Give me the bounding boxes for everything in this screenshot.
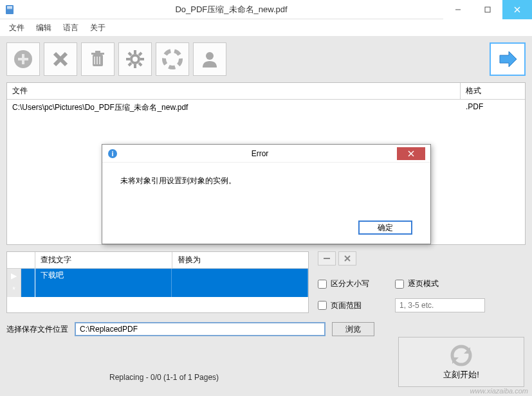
menu-bar: 文件 编辑 语言 关于 <box>0 19 532 36</box>
svg-rect-4 <box>485 7 490 12</box>
svg-text:i: i <box>111 150 113 158</box>
remove-button[interactable] <box>44 42 77 76</box>
find-cell[interactable] <box>35 283 172 297</box>
remove-row-button[interactable] <box>318 251 336 266</box>
error-dialog: i Error 未将对象引用设置到对象的实例。 确定 <box>102 144 431 244</box>
dialog-title: Error <box>123 149 397 158</box>
svg-point-28 <box>206 52 214 60</box>
svg-rect-9 <box>18 58 28 60</box>
case-sensitive-checkbox[interactable]: 区分大小写 <box>318 278 395 289</box>
maximize-button[interactable] <box>473 0 502 19</box>
info-icon: i <box>107 148 118 159</box>
page-mode-checkbox[interactable]: 逐页模式 <box>395 278 526 289</box>
dialog-message: 未将对象引用设置到对象的实例。 <box>102 163 430 214</box>
find-header[interactable]: 查找文字 <box>35 252 172 268</box>
dialog-close-button[interactable] <box>397 147 425 160</box>
dialog-ok-button[interactable]: 确定 <box>358 221 412 235</box>
user-button[interactable] <box>193 42 226 76</box>
page-range-input[interactable] <box>395 298 485 312</box>
menu-about[interactable]: 关于 <box>90 22 105 33</box>
window-controls <box>443 0 532 19</box>
menu-language[interactable]: 语言 <box>63 22 78 33</box>
menu-edit[interactable]: 编辑 <box>36 22 51 33</box>
page-range-checkbox[interactable]: 页面范围 <box>318 300 395 311</box>
svg-line-25 <box>139 53 142 55</box>
start-button[interactable]: 立刻开始! <box>398 337 524 387</box>
svg-rect-17 <box>95 51 100 53</box>
save-location-label: 选择保存文件位置 <box>6 324 68 335</box>
svg-line-23 <box>129 53 131 55</box>
svg-rect-29 <box>324 258 330 259</box>
start-label: 立刻开始! <box>443 369 479 381</box>
svg-point-27 <box>164 51 181 68</box>
file-header[interactable]: 文件 <box>7 83 461 99</box>
svg-rect-15 <box>99 57 100 64</box>
svg-line-26 <box>129 63 131 66</box>
minimize-button[interactable] <box>443 0 473 19</box>
toolbar <box>6 42 526 76</box>
replace-cell[interactable] <box>172 269 308 283</box>
replace-header[interactable]: 替换为 <box>172 252 309 268</box>
svg-point-32 <box>452 346 470 364</box>
svg-rect-2 <box>7 8 12 9</box>
find-cell[interactable]: 下载吧 <box>35 269 172 283</box>
status-text: Replacing - 0/0 (1-1 of 1 Pages) <box>109 373 219 382</box>
svg-rect-13 <box>94 57 95 64</box>
format-header[interactable]: 格式 <box>461 83 525 99</box>
svg-rect-16 <box>91 53 104 55</box>
go-button[interactable] <box>490 42 526 76</box>
row-marker: * <box>7 283 21 297</box>
help-button[interactable] <box>156 42 189 76</box>
save-location-input[interactable] <box>75 322 326 336</box>
browse-button[interactable]: 浏览 <box>332 322 374 336</box>
settings-button[interactable] <box>118 42 152 76</box>
delete-button[interactable] <box>81 42 115 76</box>
svg-point-18 <box>131 55 139 63</box>
watermark: www.xiazaiba.com <box>470 387 528 395</box>
replace-cell[interactable] <box>172 283 308 297</box>
window-title: Do_PDF压缩_未命名_new.pdf <box>19 4 443 15</box>
clear-rows-button[interactable] <box>338 251 356 266</box>
menu-file[interactable]: 文件 <box>9 22 24 33</box>
svg-rect-1 <box>7 6 12 8</box>
refresh-icon <box>449 343 473 368</box>
row-marker: ▶ <box>7 269 21 283</box>
app-icon <box>0 0 19 19</box>
options-panel: 区分大小写 逐页模式 页面范围 <box>318 251 526 313</box>
find-replace-table: 查找文字 替换为 ▶ 下载吧 * <box>6 251 309 313</box>
close-button[interactable] <box>502 0 532 19</box>
svg-line-24 <box>139 63 142 66</box>
svg-rect-14 <box>96 57 98 64</box>
add-button[interactable] <box>6 42 40 76</box>
file-format-cell: .PDF <box>461 100 525 116</box>
file-row[interactable]: C:\Users\pc\Pictures\Do_PDF压缩_未命名_new.pd… <box>7 100 525 116</box>
file-path-cell: C:\Users\pc\Pictures\Do_PDF压缩_未命名_new.pd… <box>7 100 461 116</box>
find-replace-row[interactable]: * <box>7 283 308 297</box>
title-bar: Do_PDF压缩_未命名_new.pdf <box>0 0 532 19</box>
find-replace-row[interactable]: ▶ 下载吧 <box>7 269 308 283</box>
